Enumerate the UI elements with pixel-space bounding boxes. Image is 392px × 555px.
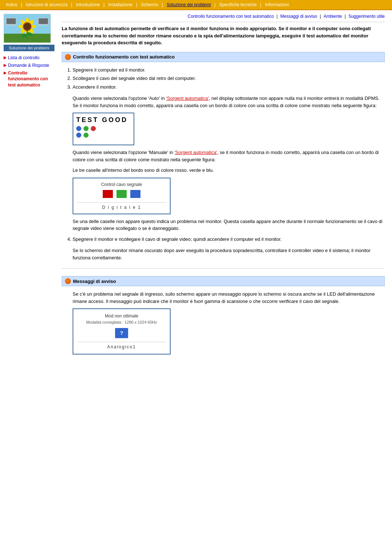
section1-icon [65,54,71,60]
sidebar-item-lista[interactable]: ▶ Lista di controllo [4,55,54,61]
section2-title: Messaggi di avviso [73,279,116,284]
nav-sep5: | [161,2,164,7]
mod-box: Mod non ottimale Modalità consigliata : … [73,308,171,355]
para1-text: Quando viene selezionata l'opzione 'Auto… [73,95,385,109]
nav-specifiche[interactable]: Specifiche tecniche [216,1,260,8]
section1-title: Controllo funzionamento con test automat… [73,54,175,60]
test-good-dots [76,126,96,138]
nav-sicurezza[interactable]: Istruzioni di sicurezza [23,1,70,8]
breadcrumb-link-4[interactable]: Suggerimento utile [348,14,385,19]
section1-header: Controllo funzionamento con test automat… [62,52,385,62]
sidebar-link-domande[interactable]: Domande & Risposte [8,62,49,69]
nav-schermo[interactable]: Schermo [138,1,161,8]
test-good-box: TEST GOOD [73,113,134,145]
breadcrumb-link-2[interactable]: Messaggi di avviso [280,14,317,19]
sidebar-section-label: Soluzione dei problemi [4,45,54,51]
sidebar-link-controllo[interactable]: Controllo funzionamento con test automat… [8,70,54,88]
nav-installazione[interactable]: Installazione [105,1,135,8]
section2-icon [65,278,71,284]
svg-rect-18 [39,18,48,24]
breadcrumb-sep2: | [320,14,322,19]
steps-list-4: Spegnere il monitor e ricollegare il cav… [73,236,385,243]
nav-bar: Indice | Istruzioni di sicurezza | Intro… [0,0,392,10]
nav-introduzione[interactable]: Introduzione [73,1,103,8]
nav-problemi[interactable]: Soluzione dei problemi [164,1,213,8]
arrow-icon-2: ▶ [4,63,7,68]
section2-header: Messaggi di avviso [62,276,385,286]
nav-indice[interactable]: Indice [3,1,20,8]
square-blue [130,190,140,198]
breadcrumb-sep3: | [344,14,347,19]
sidebar-nav: ▶ Lista di controllo ▶ Domande & Rispost… [4,55,54,88]
step-2: Scollegare il cavo del segnale video dal… [73,75,385,82]
signal-box-title: Control cavo segnale [101,182,142,187]
signal-box-bottom: D i g i t a l e 1 [77,202,166,210]
mod-box-sub: Modalità consigliata : 1280 x 1024 60Hz [86,320,157,324]
test-good-label: TEST GOOD [76,116,128,124]
content-area: Controllo funzionamento con test automat… [58,14,388,358]
main-container: Soluzione dei problemi ▶ Lista di contro… [0,10,392,362]
breadcrumb-link-3[interactable]: Ambiente [323,14,342,19]
dot-green-1 [83,126,89,131]
dot-blue-1 [76,126,81,131]
nav-sep4: | [135,2,138,7]
sidebar-item-domande[interactable]: ▶ Domande & Risposte [4,62,54,69]
breadcrumb-sep1: | [277,14,279,19]
link-sorgent-auto-1[interactable]: 'Sorgent automatica' [166,96,209,101]
content-breadcrumb: Controllo funzionamento con test automat… [62,14,385,22]
color-squares [103,190,140,198]
nav-informazioni[interactable]: Informazioni [262,1,291,8]
mod-box-button: ? [115,328,128,338]
step-1: Spegnere il computer ed il monitor. [73,66,385,74]
link-sorgent-auto-2[interactable]: 'Sorgent automatica' [175,150,217,155]
nav-sep6: | [214,2,216,7]
para2b-text: Le tre caselle all'interno del bordo son… [73,167,385,174]
square-red [103,190,113,198]
arrow-icon-3: ▶ [4,70,7,75]
dots-row-2 [76,133,96,138]
breadcrumb-link-1[interactable]: Controllo funzionamento con test automat… [188,14,274,19]
para4-text: Se lo schermo del monitor rimane oscurat… [73,247,385,261]
section2-para1: Se c'è un problema nel segnale di ingres… [73,291,385,305]
intro-paragraph: La funzione di test automatico permette … [62,25,385,46]
square-green [117,190,127,198]
nav-sep7: | [260,2,262,7]
arrow-icon-1: ▶ [4,55,7,60]
sidebar-link-lista[interactable]: Lista di controllo [8,55,40,61]
mod-box-title: Mod non ottimale [105,313,138,319]
dot-red-1 [91,126,96,131]
steps-list: Spegnere il computer ed il monitor. Scol… [73,66,385,91]
mod-box-analog: Analogico1 [78,342,166,349]
svg-rect-16 [7,18,16,24]
para3-text: Se una delle caselle non appare questo i… [73,218,385,232]
section-divider [62,268,385,269]
para2-text: Quando viene selezionata l'opzione 'Manu… [73,149,385,163]
sidebar-item-controllo[interactable]: ▶ Controllo funzionamento con test autom… [4,70,54,88]
nav-sep1: | [20,2,23,7]
step-3: Accendere il monitor. [73,84,385,91]
dot-green-2 [83,133,89,138]
dots-row-1 [76,126,96,131]
dot-blue-2 [76,133,81,138]
sidebar: Soluzione dei problemi ▶ Lista di contro… [4,14,54,358]
svg-point-11 [24,23,30,30]
signal-box: Control cavo segnale D i g i t a l e 1 [73,178,171,214]
sidebar-image [4,14,51,43]
step-4: Spegnere il monitor e ricollegare il cav… [73,236,385,243]
nav-sep2: | [70,2,73,7]
nav-sep3: | [103,2,105,7]
